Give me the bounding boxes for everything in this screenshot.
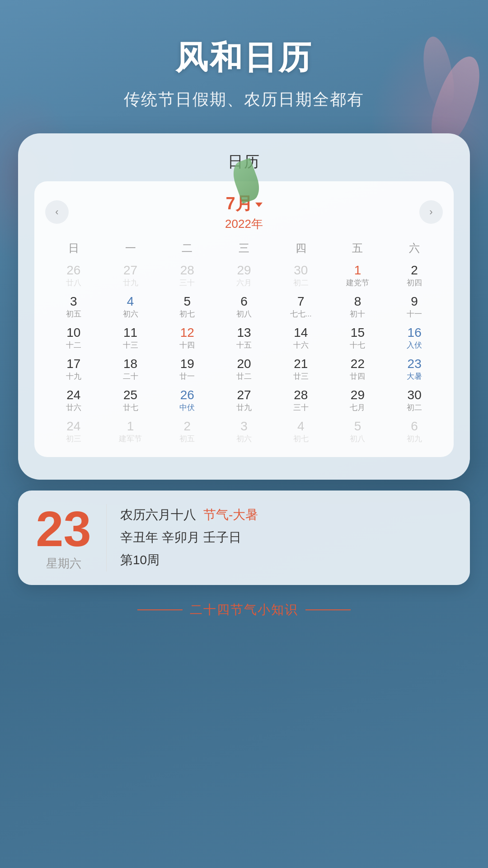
calendar-day[interactable]: 30初二 (386, 385, 443, 415)
date-number: 26 (180, 387, 194, 403)
date-number: 29 (351, 387, 365, 403)
calendar-day[interactable]: 2初四 (386, 260, 443, 290)
calendar-day[interactable]: 13十五 (216, 322, 272, 353)
app-subtitle: 传统节日假期、农历日期全都有 (0, 89, 488, 111)
calendar-day[interactable]: 4初七 (272, 416, 329, 446)
info-week-num: 第10周 (120, 552, 160, 569)
calendar-day[interactable]: 7七七... (272, 291, 329, 321)
date-number: 24 (66, 419, 80, 434)
calendar-day[interactable]: 18二十 (102, 354, 159, 384)
date-number: 30 (408, 387, 422, 403)
calendar-day[interactable]: 10十二 (45, 322, 102, 353)
lunar-text: 初五 (66, 310, 81, 319)
date-number: 17 (66, 356, 80, 372)
dow-mon: 一 (102, 239, 159, 257)
lunar-text: 初八 (350, 434, 365, 443)
date-number: 27 (237, 387, 251, 403)
calendar-day[interactable]: 26廿八 (45, 260, 102, 290)
lunar-text: 初十 (350, 310, 365, 319)
calendar-day[interactable]: 23大暑 (386, 354, 443, 384)
lunar-text: 廿七 (123, 403, 138, 412)
calendar-day[interactable]: 29六月 (216, 260, 272, 290)
date-number: 22 (351, 356, 365, 372)
prev-month-button[interactable]: ‹ (45, 200, 69, 224)
lunar-text: 初五 (179, 434, 195, 443)
calendar-day[interactable]: 28三十 (272, 385, 329, 415)
date-number: 23 (408, 356, 422, 372)
date-number: 11 (123, 325, 137, 340)
calendar-day[interactable]: 3初六 (216, 416, 272, 446)
banner-text: 二十四节气小知识 (190, 601, 298, 618)
date-number: 21 (294, 356, 308, 372)
date-number: 29 (237, 263, 251, 278)
calendar-day[interactable]: 26中伏 (159, 385, 216, 415)
lunar-text: 中伏 (179, 403, 195, 412)
calendar-day[interactable]: 2初五 (159, 416, 216, 446)
dow-sat: 六 (386, 239, 443, 257)
lunar-text: 十五 (236, 341, 252, 350)
calendar-day[interactable]: 4初六 (102, 291, 159, 321)
date-number: 3 (240, 419, 248, 434)
calendar-day[interactable]: 11十三 (102, 322, 159, 353)
calendar-day[interactable]: 28三十 (159, 260, 216, 290)
calendar-day[interactable]: 5初七 (159, 291, 216, 321)
lunar-text: 十四 (179, 341, 195, 350)
date-number: 13 (237, 325, 251, 340)
calendar-grid: 26廿八27廿九28三十29六月30初二1建党节2初四3初五4初六5初七6初八7… (45, 260, 443, 446)
lunar-text: 三十 (179, 278, 195, 288)
lunar-text: 初二 (293, 278, 309, 288)
banner-line-left (137, 609, 183, 610)
calendar-day[interactable]: 9十一 (386, 291, 443, 321)
calendar-day[interactable]: 17十九 (45, 354, 102, 384)
calendar-day[interactable]: 6初九 (386, 416, 443, 446)
date-number: 2 (183, 419, 191, 434)
calendar-day[interactable]: 15十七 (329, 322, 386, 353)
calendar-day[interactable]: 20廿二 (216, 354, 272, 384)
date-number: 14 (294, 325, 308, 340)
info-lunar: 农历六月十八 (120, 506, 196, 524)
dow-sun: 日 (45, 239, 102, 257)
calendar-day[interactable]: 5初八 (329, 416, 386, 446)
lunar-text: 初六 (236, 434, 252, 443)
month-dropdown-icon (255, 203, 263, 207)
info-solar-term: 节气-大暑 (203, 506, 258, 524)
calendar-day[interactable]: 8初十 (329, 291, 386, 321)
calendar-day[interactable]: 1建党节 (329, 260, 386, 290)
lunar-text: 廿八 (66, 278, 81, 288)
calendar-day[interactable]: 30初二 (272, 260, 329, 290)
date-number: 5 (354, 419, 361, 434)
calendar-day[interactable]: 24廿六 (45, 385, 102, 415)
date-number: 30 (294, 263, 308, 278)
dow-tue: 二 (159, 239, 216, 257)
calendar-day[interactable]: 6初八 (216, 291, 272, 321)
dow-wed: 三 (216, 239, 272, 257)
next-month-button[interactable]: › (419, 200, 443, 224)
app-title: 风和日历 (0, 0, 488, 80)
lunar-text: 十一 (407, 310, 422, 319)
calendar-day[interactable]: 24初三 (45, 416, 102, 446)
calendar-day[interactable]: 22廿四 (329, 354, 386, 384)
lunar-text: 十七 (350, 341, 365, 350)
calendar-day[interactable]: 21廿三 (272, 354, 329, 384)
calendar-day[interactable]: 27廿九 (216, 385, 272, 415)
calendar-day[interactable]: 25廿七 (102, 385, 159, 415)
calendar-day[interactable]: 3初五 (45, 291, 102, 321)
calendar-day[interactable]: 1建军节 (102, 416, 159, 446)
calendar-day[interactable]: 27廿九 (102, 260, 159, 290)
calendar-day[interactable]: 19廿一 (159, 354, 216, 384)
calendar-day[interactable]: 29七月 (329, 385, 386, 415)
calendar-day[interactable]: 16入伏 (386, 322, 443, 353)
calendar-day[interactable]: 14十六 (272, 322, 329, 353)
banner-line-right (305, 609, 351, 610)
calendar-day[interactable]: 12十四 (159, 322, 216, 353)
selected-date-circle: 4 (127, 294, 134, 309)
lunar-text: 初六 (123, 310, 138, 319)
date-number: 5 (183, 294, 191, 309)
lunar-text: 廿九 (123, 278, 138, 288)
date-number: 6 (411, 419, 418, 434)
lunar-text: 十九 (66, 372, 81, 381)
lunar-text: 十三 (123, 341, 138, 350)
lunar-text: 大暑 (407, 372, 422, 381)
date-number: 19 (180, 356, 194, 372)
info-date-block: 23 星期六 (34, 504, 107, 571)
